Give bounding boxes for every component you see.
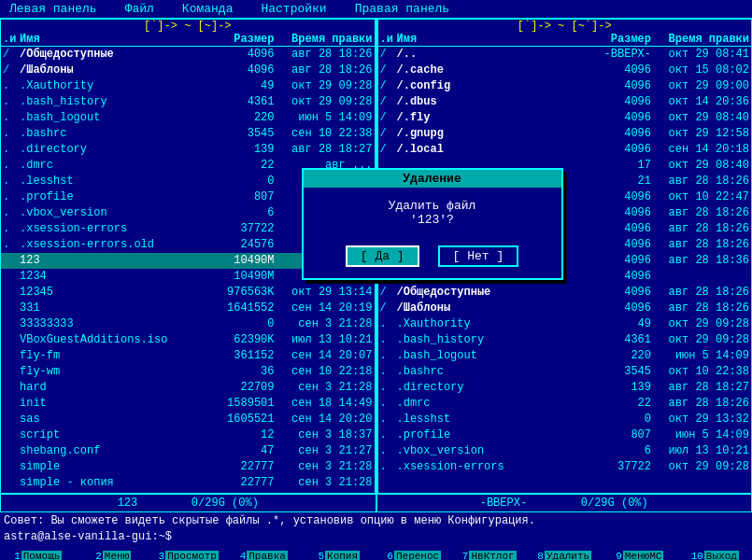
list-item[interactable]: ..vbox_version6июл 13 10:21 bbox=[378, 443, 752, 459]
fkey-8[interactable]: 8Удалить bbox=[527, 546, 603, 560]
file-size: 6 bbox=[200, 205, 275, 221]
file-date: окт 29 09:00 bbox=[651, 78, 749, 94]
fkey-6[interactable]: 6Перенос bbox=[376, 546, 452, 560]
file-size: 4096 bbox=[576, 237, 651, 253]
list-item[interactable]: VBoxGuestAdditions.iso62390Kиюл 13 10:21 bbox=[1, 332, 375, 348]
file-size: 4096 bbox=[576, 142, 651, 158]
file-size: 62390K bbox=[200, 332, 275, 348]
file-name: .bash_history bbox=[397, 332, 577, 348]
file-date: окт 29 12:58 bbox=[651, 126, 749, 142]
fkey-label-10: Выход bbox=[704, 551, 739, 560]
file-date: окт 29 13:14 bbox=[275, 285, 373, 301]
list-item[interactable]: //.local4096сен 14 20:18 bbox=[378, 142, 752, 158]
file-date: окт 29 08:41 bbox=[651, 47, 749, 63]
dialog-yes-button[interactable]: [ Да ] bbox=[346, 245, 419, 267]
file-dot: . bbox=[3, 174, 20, 189]
list-item[interactable]: ..Xauthority49окт 29 09:28 bbox=[378, 316, 752, 332]
file-name: script bbox=[20, 427, 200, 443]
file-size: 17 bbox=[576, 158, 651, 174]
fkey-3[interactable]: 3Просмотр bbox=[150, 546, 226, 560]
file-date: авг 28 18:26 bbox=[651, 396, 749, 412]
list-item[interactable]: ..lesshst0окт 29 13:32 bbox=[378, 412, 752, 427]
file-size: 6 bbox=[576, 443, 651, 459]
list-item[interactable]: ..bashrc3545окт 10 22:38 bbox=[378, 364, 752, 380]
list-item[interactable]: //Шаблоны4096авг 28 18:26 bbox=[378, 301, 752, 316]
list-item[interactable]: sas1605521сен 14 20:20 bbox=[1, 412, 375, 427]
list-item[interactable]: //.dbus4096окт 14 20:36 bbox=[378, 94, 752, 110]
list-item[interactable]: ..Xauthority49окт 29 09:28 bbox=[1, 78, 375, 94]
menu-command[interactable]: Команда bbox=[182, 2, 234, 16]
list-item[interactable]: simple22777сен 3 21:28 bbox=[1, 459, 375, 475]
file-size: 4096 bbox=[576, 269, 651, 285]
list-item[interactable]: simple - копия22777сен 3 21:28 bbox=[1, 475, 375, 491]
list-item[interactable]: 12345976563Kокт 29 13:14 bbox=[1, 285, 375, 301]
list-item[interactable]: //Общедоступные4096авг 28 18:26 bbox=[1, 47, 375, 63]
list-item[interactable]: 333333330сен 3 21:28 bbox=[1, 316, 375, 332]
file-name: init bbox=[20, 396, 200, 412]
file-date: авг 28 18:26 bbox=[651, 174, 749, 189]
fkey-label-3: Просмотр bbox=[165, 551, 219, 560]
file-dot: . bbox=[3, 158, 20, 174]
fkey-label-9: МенюМС bbox=[623, 551, 664, 560]
file-dot bbox=[3, 269, 20, 285]
list-item[interactable]: init1589501сен 18 14:49 bbox=[1, 396, 375, 412]
file-dot: . bbox=[3, 110, 20, 126]
file-size: 4096 bbox=[200, 63, 275, 78]
menu-left-panel[interactable]: Левая панель bbox=[9, 2, 97, 16]
list-item[interactable]: ..directory139авг 28 18:27 bbox=[378, 380, 752, 396]
list-item[interactable]: //.fly4096окт 29 08:40 bbox=[378, 110, 752, 126]
list-item[interactable]: //..-ВВEPX-окт 29 08:41 bbox=[378, 47, 752, 63]
list-item[interactable]: hard22709сен 3 21:28 bbox=[1, 380, 375, 396]
list-item[interactable]: //Шаблоны4096авг 28 18:26 bbox=[1, 63, 375, 78]
file-date: окт 29 09:28 bbox=[651, 459, 749, 475]
file-date: окт 29 09:28 bbox=[651, 316, 749, 332]
fkey-7[interactable]: 7НвКтлог bbox=[451, 546, 527, 560]
list-item[interactable]: ..profile807июн 5 14:09 bbox=[378, 427, 752, 443]
menu-right-panel[interactable]: Правая панель bbox=[355, 2, 449, 16]
right-col-dot: .и bbox=[380, 33, 397, 46]
right-panel-status: -ВВEPX- 0/29G (0%) bbox=[376, 494, 753, 512]
fkey-1[interactable]: 1Помощь bbox=[0, 546, 76, 560]
menu-file[interactable]: Файл bbox=[125, 2, 154, 16]
file-dot bbox=[3, 316, 20, 332]
list-item[interactable]: ..dmrc22авг 28 18:26 bbox=[378, 396, 752, 412]
file-dot: . bbox=[3, 142, 20, 158]
file-name: fly-wm bbox=[20, 364, 200, 380]
list-item[interactable]: shebang.conf47сен 3 21:27 bbox=[1, 443, 375, 459]
list-item[interactable]: 3311641552сен 14 20:19 bbox=[1, 301, 375, 316]
menu-settings[interactable]: Настройки bbox=[261, 2, 326, 16]
list-item[interactable]: //.config4096окт 29 09:00 bbox=[378, 78, 752, 94]
file-size: 4096 bbox=[576, 94, 651, 110]
delete-dialog[interactable]: Удаление Удалить файл '123'? [ Да ] [ Не… bbox=[302, 168, 563, 280]
fkey-9[interactable]: 9МенюМС bbox=[602, 546, 677, 560]
list-item[interactable]: script12сен 3 18:37 bbox=[1, 427, 375, 443]
list-item[interactable]: ..directory139авг 28 18:27 bbox=[1, 142, 375, 158]
file-name: /Общедоступные bbox=[20, 47, 200, 63]
fkey-5[interactable]: 5Копия bbox=[301, 546, 376, 560]
fkey-2[interactable]: 2Меню bbox=[76, 546, 151, 560]
list-item[interactable]: ..bashrc3545сен 10 22:38 bbox=[1, 126, 375, 142]
list-item[interactable]: ..bash_logout220июн 5 14:09 bbox=[1, 110, 375, 126]
dialog-no-button[interactable]: [ Нет ] bbox=[438, 245, 519, 267]
file-date: окт 10 22:38 bbox=[651, 364, 749, 380]
file-name: 12345 bbox=[20, 285, 200, 301]
file-dot: / bbox=[380, 63, 397, 78]
file-size: 361152 bbox=[200, 348, 275, 364]
file-size: 4096 bbox=[576, 253, 651, 269]
list-item[interactable]: ..bash_logout220июн 5 14:09 bbox=[378, 348, 752, 364]
list-item[interactable]: //.gnupg4096окт 29 12:58 bbox=[378, 126, 752, 142]
file-name: /Общедоступные bbox=[397, 285, 577, 301]
file-date: июл 13 10:21 bbox=[651, 443, 749, 459]
list-item[interactable]: fly-fm361152сен 14 20:07 bbox=[1, 348, 375, 364]
fkey-10[interactable]: 10Выход bbox=[677, 546, 753, 560]
file-name: 331 bbox=[20, 301, 200, 316]
fkey-4[interactable]: 4Правка bbox=[226, 546, 302, 560]
list-item[interactable]: //.cache4096окт 15 08:02 bbox=[378, 63, 752, 78]
file-date: авг 28 18:36 bbox=[651, 253, 749, 269]
list-item[interactable]: ..bash_history4361окт 29 09:28 bbox=[378, 332, 752, 348]
file-name: /.dbus bbox=[397, 94, 577, 110]
list-item[interactable]: ..bash_history4361окт 29 09:28 bbox=[1, 94, 375, 110]
list-item[interactable]: ..xsession-errors37722окт 29 09:28 bbox=[378, 459, 752, 475]
list-item[interactable]: //Общедоступные4096авг 28 18:26 bbox=[378, 285, 752, 301]
list-item[interactable]: fly-wm36сен 10 22:18 bbox=[1, 364, 375, 380]
